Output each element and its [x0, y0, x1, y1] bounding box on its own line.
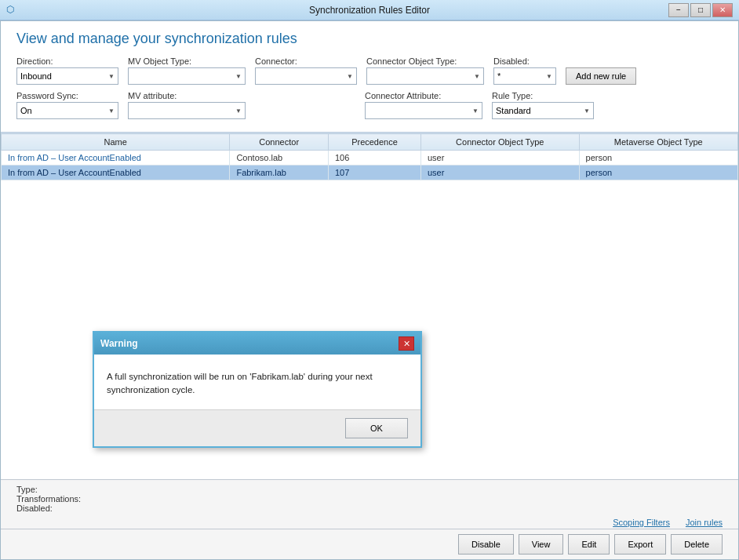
direction-dropdown-arrow: ▼ [108, 73, 115, 80]
disabled-select[interactable]: * ▼ [493, 67, 556, 85]
connector-attribute-label: Connector Attribute: [365, 91, 482, 100]
dialog-title: Warning [100, 338, 138, 349]
connector-attribute-select[interactable]: ▼ [365, 102, 482, 119]
connector-attribute-dropdown-arrow: ▼ [472, 107, 479, 115]
title-bar: ⬡ Synchronization Rules Editor − □ ✕ [0, 0, 739, 20]
export-button[interactable]: Export [614, 534, 666, 555]
col-connector-object-type: Connector Object Type [420, 134, 579, 151]
dialog-ok-button[interactable]: OK [345, 418, 408, 438]
rule-type-select[interactable]: Standard ▼ [492, 102, 594, 119]
dialog-close-button[interactable]: ✕ [399, 336, 414, 351]
type-label: Type: [16, 485, 38, 494]
connector-select[interactable]: ▼ [255, 67, 357, 85]
connector-filter: Connector: ▼ [255, 56, 357, 85]
filter-row-1: Direction: Inbound ▼ MV Object Type: ▼ C… [16, 56, 723, 85]
connector-object-type-label: Connector Object Type: [366, 56, 484, 66]
edit-button[interactable]: Edit [568, 534, 610, 555]
mv-attribute-filter: MV attribute: ▼ [128, 91, 246, 119]
password-sync-select[interactable]: On ▼ [16, 102, 118, 119]
direction-filter: Direction: Inbound ▼ [16, 56, 118, 85]
close-button[interactable]: ✕ [712, 3, 733, 17]
mv-object-type-dropdown-arrow: ▼ [235, 73, 242, 80]
disabled-dropdown-arrow: ▼ [546, 73, 552, 80]
password-sync-filter: Password Sync: On ▼ [16, 91, 118, 119]
dialog-message: A full synchronization will be run on 'F… [107, 370, 408, 398]
filter-row-2: Password Sync: On ▼ MV attribute: ▼ Conn… [16, 91, 723, 119]
maximize-button[interactable]: □ [690, 3, 711, 17]
window-title: Synchronization Rules Editor [309, 5, 430, 16]
cell-connector-object-type: user [420, 165, 579, 180]
password-sync-label: Password Sync: [16, 91, 118, 100]
page-title: View and manage your synchronization rul… [16, 31, 723, 47]
disabled-filter: Disabled: * ▼ [493, 56, 556, 85]
cell-precedence: 106 [328, 151, 420, 165]
mv-object-type-filter: MV Object Type: ▼ [128, 56, 246, 85]
connector-label: Connector: [255, 56, 357, 66]
dialog-footer: OK [94, 409, 420, 446]
add-rule-group: Add new rule [566, 67, 636, 85]
col-metaverse-object-type: Metaverse Object Type [579, 134, 737, 151]
action-bar: Disable View Edit Export Delete [1, 529, 738, 559]
mv-attribute-label: MV attribute: [128, 91, 246, 100]
direction-label: Direction: [16, 56, 118, 66]
dialog-body: A full synchronization will be run on 'F… [94, 355, 420, 409]
table-body: In from AD – User AccountEnabledContoso.… [2, 151, 738, 180]
join-rules-link[interactable]: Join rules [686, 518, 723, 527]
password-sync-dropdown-arrow: ▼ [108, 107, 115, 115]
connector-dropdown-arrow: ▼ [347, 73, 353, 80]
cell-connector: Fabrikam.lab [230, 165, 329, 180]
delete-button[interactable]: Delete [671, 534, 723, 555]
disabled-label: Disabled: [493, 56, 556, 66]
window-controls: − □ ✕ [668, 3, 733, 17]
disabled-info-label: Disabled: [16, 504, 53, 513]
transformations-label: Transformations: [16, 494, 81, 504]
disable-button[interactable]: Disable [458, 534, 514, 555]
table-row[interactable]: In from AD – User AccountEnabledContoso.… [2, 151, 738, 165]
mv-attribute-dropdown-arrow: ▼ [235, 107, 242, 115]
header-area: View and manage your synchronization rul… [1, 21, 738, 133]
table-row[interactable]: In from AD – User AccountEnabledFabrikam… [2, 165, 738, 180]
connector-object-type-filter: Connector Object Type: ▼ [366, 56, 484, 85]
connector-object-type-select[interactable]: ▼ [366, 67, 484, 85]
cell-metaverse-object-type: person [579, 151, 737, 165]
direction-select[interactable]: Inbound ▼ [16, 67, 118, 85]
warning-dialog: Warning ✕ A full synchronization will be… [93, 331, 422, 448]
main-window: View and manage your synchronization rul… [0, 20, 739, 560]
minimize-button[interactable]: − [668, 3, 689, 17]
table-header-row: Name Connector Precedence Connector Obje… [2, 134, 738, 151]
bottom-links: Scoping Filters Join rules [1, 516, 738, 529]
mv-object-type-label: MV Object Type: [128, 56, 246, 66]
mv-object-type-select[interactable]: ▼ [128, 67, 246, 85]
rule-type-dropdown-arrow: ▼ [584, 107, 590, 115]
bottom-info: Type: Transformations: Disabled: [1, 479, 738, 516]
col-name: Name [2, 134, 230, 151]
connector-object-type-dropdown-arrow: ▼ [474, 73, 480, 80]
cell-metaverse-object-type: person [579, 165, 737, 180]
cell-connector: Contoso.lab [230, 151, 329, 165]
col-connector: Connector [230, 134, 329, 151]
app-icon: ⬡ [6, 4, 19, 16]
cell-name: In from AD – User AccountEnabled [2, 151, 230, 165]
cell-precedence: 107 [328, 165, 420, 180]
rule-type-filter: Rule Type: Standard ▼ [492, 91, 594, 119]
add-new-rule-button[interactable]: Add new rule [566, 67, 636, 85]
cell-name: In from AD – User AccountEnabled [2, 165, 230, 180]
connector-attribute-filter: Connector Attribute: ▼ [365, 91, 482, 119]
col-precedence: Precedence [328, 134, 420, 151]
view-button[interactable]: View [519, 534, 564, 555]
dialog-title-bar: Warning ✕ [94, 333, 420, 355]
cell-connector-object-type: user [420, 151, 579, 165]
rules-table: Name Connector Precedence Connector Obje… [1, 133, 738, 180]
scoping-filters-link[interactable]: Scoping Filters [613, 518, 670, 527]
mv-attribute-select[interactable]: ▼ [128, 102, 246, 119]
rule-type-label: Rule Type: [492, 91, 594, 100]
